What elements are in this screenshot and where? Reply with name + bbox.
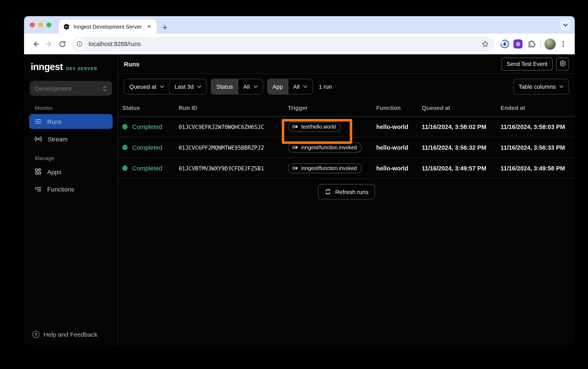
time-field-label: Queued at [129, 83, 156, 90]
back-icon[interactable] [29, 37, 42, 51]
time-range-dropdown[interactable]: Last 3d [169, 79, 207, 94]
status-filter: Status All [211, 79, 263, 94]
table-row[interactable]: Completed 01JCVC6PF2MQNMTWE95BBRZPJ2 inn… [118, 137, 575, 158]
stream-icon [34, 135, 42, 143]
close-tab-icon[interactable]: ✕ [146, 24, 152, 30]
extensions-puzzle-icon[interactable] [525, 37, 538, 51]
refresh-runs-button[interactable]: Refresh runs [318, 184, 375, 199]
table-columns-button[interactable]: Table columns [513, 79, 569, 94]
trigger-badge[interactable]: inngest/function.invoked [288, 143, 362, 152]
status-dot-icon [122, 165, 128, 171]
function-cell[interactable]: hello-world [376, 165, 422, 171]
help-icon: ? [32, 331, 39, 338]
traffic-light-minimize[interactable] [38, 22, 43, 27]
trigger-name: inngest/function.invoked [301, 144, 357, 150]
time-field-dropdown[interactable]: Queued at [124, 79, 169, 94]
refresh-runs-label: Refresh runs [335, 188, 368, 195]
dev-server-badge: DEV SERVER [66, 66, 97, 71]
logo-row: inngest DEV SERVER [24, 54, 118, 75]
functions-icon [34, 185, 42, 193]
trigger-name: inngest/function.invoked [301, 165, 357, 171]
sidebar-item-label: Stream [48, 135, 68, 143]
site-info-icon[interactable] [74, 38, 85, 50]
send-test-event-button[interactable]: Send Test Event [501, 57, 553, 70]
status-text: Completed [132, 123, 162, 130]
tab-search-chevron-icon[interactable] [560, 20, 571, 30]
bookmark-star-icon[interactable] [481, 40, 489, 48]
new-tab-icon[interactable]: + [162, 23, 167, 31]
trigger-cell: inngest/function.invoked [288, 143, 376, 152]
status-text: Completed [132, 164, 162, 172]
tab-strip: Inngest Development Server ✕ + [24, 16, 575, 34]
table-row[interactable]: Completed 01JCVBTMV3WXY9D3CFDEJFZSB1 inn… [118, 158, 575, 179]
status-cell: Completed [122, 164, 179, 172]
reload-icon[interactable] [56, 37, 69, 51]
status-filter-dropdown[interactable]: All [238, 79, 262, 94]
table-columns-label: Table columns [518, 83, 556, 90]
address-bar[interactable]: localhost:8288/runs [72, 37, 495, 51]
settings-gear-button[interactable] [556, 57, 569, 70]
window-controls [30, 22, 51, 27]
inngest-logo: inngest [31, 61, 63, 72]
column-header-status: Status [122, 104, 179, 111]
table-row[interactable]: Completed 01JCVC9EFKJ2W70WQHC6ZH6SJC tes… [118, 116, 575, 137]
traffic-light-close[interactable] [30, 22, 35, 27]
section-label-manage: Manage [24, 148, 118, 163]
tab-title: Inngest Development Server [73, 23, 142, 30]
page-title: Runs [124, 60, 140, 67]
table-header: Status Run ID Trigger Function Queued at… [118, 100, 575, 116]
chevron-up-down-icon [102, 85, 107, 92]
screen: Inngest Development Server ✕ + [0, 0, 588, 369]
toolbar-divider [540, 40, 541, 48]
run-id-cell[interactable]: 01JCVBTMV3WXY9D3CFDEJFZSB1 [179, 165, 288, 171]
onepassword-extension-icon[interactable] [498, 37, 511, 51]
status-text: Completed [132, 144, 162, 151]
sidebar-item-label: Functions [47, 185, 74, 193]
sidebar-item-stream[interactable]: Stream [29, 132, 113, 146]
queued-at-cell: 11/16/2024, 3:56:32 PM [422, 144, 500, 151]
run-id-cell[interactable]: 01JCVC9EFKJ2W70WQHC6ZH6SJC [179, 123, 288, 130]
inngest-favicon [63, 23, 70, 30]
environment-select-value: Development [35, 85, 71, 92]
ended-at-cell: 11/16/2024, 3:58:03 PM [500, 123, 575, 130]
forward-icon [42, 37, 56, 51]
event-icon [292, 124, 298, 129]
purple-extension-icon[interactable] [511, 37, 525, 51]
url-text[interactable]: localhost:8288/runs [89, 41, 481, 47]
browser-tab[interactable]: Inngest Development Server ✕ [59, 20, 157, 34]
filter-bar: Queued at Last 3d Status All [118, 74, 575, 100]
app-filter-dropdown[interactable]: All [288, 79, 312, 94]
function-cell[interactable]: hello-world [376, 144, 422, 151]
function-cell[interactable]: hello-world [376, 123, 422, 130]
sidebar-item-runs[interactable]: Runs [29, 114, 113, 129]
environment-select[interactable]: Development [30, 81, 112, 96]
help-and-feedback[interactable]: ? Help and Feedback [24, 323, 118, 345]
status-cell: Completed [122, 144, 179, 151]
page-header: Runs Send Test Event [118, 54, 575, 74]
run-id-cell[interactable]: 01JCVC6PF2MQNMTWE95BBRZPJ2 [179, 144, 288, 151]
queued-at-cell: 11/16/2024, 3:49:57 PM [422, 165, 500, 171]
column-header-function: Function [376, 104, 422, 111]
trigger-badge[interactable]: test/hello.world [288, 122, 341, 132]
refresh-icon [324, 188, 331, 195]
ended-at-cell: 11/16/2024, 3:56:33 PM [500, 144, 575, 151]
column-header-queued-at: Queued at [422, 104, 500, 111]
sidebar-item-functions[interactable]: Functions [29, 182, 113, 196]
runs-icon [34, 118, 42, 125]
app-filter-label: App [268, 79, 288, 94]
column-header-trigger: Trigger [288, 104, 376, 111]
more-menu-icon[interactable] [557, 37, 570, 51]
avatar[interactable] [543, 37, 557, 51]
time-range-label: Last 3d [175, 83, 194, 90]
trigger-name: test/hello.world [301, 124, 336, 130]
app-filter: App All [267, 79, 313, 94]
status-cell: Completed [122, 123, 179, 130]
event-icon [292, 145, 298, 150]
traffic-light-zoom[interactable] [46, 22, 51, 27]
sidebar: inngest DEV SERVER Development Monitor R… [24, 54, 118, 345]
apps-icon [34, 168, 42, 175]
sidebar-item-label: Apps [47, 168, 61, 175]
trigger-badge[interactable]: inngest/function.invoked [288, 163, 362, 173]
sidebar-item-apps[interactable]: Apps [29, 164, 113, 179]
browser-window: Inngest Development Server ✕ + [24, 16, 575, 345]
